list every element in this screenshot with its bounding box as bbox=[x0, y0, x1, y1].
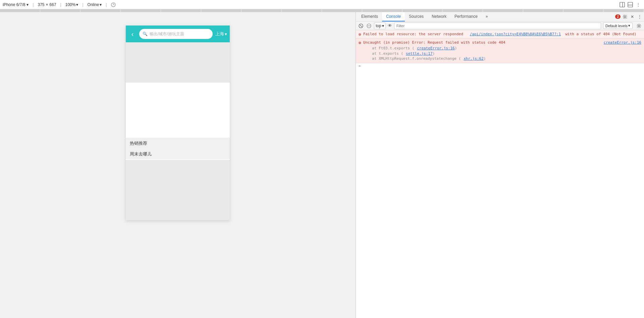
preserve-log-button[interactable] bbox=[366, 23, 372, 29]
error-text-1: Failed to load resource: the server resp… bbox=[363, 32, 641, 37]
zoom-dropdown-icon: ▾ bbox=[76, 2, 78, 7]
city-dropdown-icon: ▾ bbox=[225, 32, 227, 37]
console-error-2: ⊗ Uncaught (in promise) Error: Request f… bbox=[356, 39, 644, 63]
progress-segment bbox=[402, 9, 443, 12]
svg-rect-3 bbox=[628, 2, 633, 7]
banner-area bbox=[126, 42, 230, 83]
svg-line-7 bbox=[360, 25, 362, 27]
cross-symbol: × bbox=[46, 2, 48, 7]
log-level-selector[interactable]: Default levels ▾ bbox=[603, 22, 633, 29]
stack-line-3: at XMLHttpRequest.f.onreadystatechange (… bbox=[363, 56, 641, 61]
progress-segment bbox=[604, 9, 644, 12]
network-selector[interactable]: Online ▾ bbox=[88, 2, 102, 7]
tab-performance[interactable]: Performance bbox=[450, 12, 482, 21]
filter-input[interactable] bbox=[394, 22, 601, 29]
tab-console[interactable]: Console bbox=[382, 12, 405, 21]
back-button[interactable]: ‹ bbox=[128, 30, 137, 38]
error-url-1[interactable]: /api/index.json?city=E4%B8%8A%E6%B5%B7?:… bbox=[470, 32, 561, 36]
xhr-link[interactable]: xhr.js:62 bbox=[464, 56, 484, 61]
city-label: 上海 bbox=[215, 31, 224, 37]
weekend-label: 周末去哪儿 bbox=[126, 148, 230, 159]
context-label: top bbox=[376, 24, 381, 28]
tab-sources[interactable]: Sources bbox=[405, 12, 428, 21]
error-icon-2: ⊗ bbox=[359, 40, 361, 45]
back-arrow-icon: ‹ bbox=[131, 30, 134, 38]
search-icon-mobile: 🔍 bbox=[143, 32, 148, 36]
zoom-selector[interactable]: 100% ▾ bbox=[65, 2, 78, 7]
progress-segment bbox=[443, 9, 483, 12]
log-level-dropdown: ▾ bbox=[628, 24, 630, 28]
dim-separator3: | bbox=[82, 2, 83, 7]
content-grid bbox=[126, 160, 230, 220]
tab-network[interactable]: Network bbox=[428, 12, 450, 21]
more-icon-text: ⋮ bbox=[636, 2, 640, 7]
expand-arrow[interactable]: > bbox=[356, 63, 644, 69]
device-label: iPhone 6/7/8 bbox=[3, 2, 25, 7]
network-dropdown-icon: ▾ bbox=[100, 2, 102, 7]
progress-segment bbox=[40, 9, 80, 12]
console-error-1: ⊗ Failed to load resource: the server re… bbox=[356, 30, 644, 39]
app-header: ‹ 🔍 输出/城市/游玩主题 上海 ▾ bbox=[126, 26, 230, 42]
progress-segment bbox=[362, 9, 402, 12]
hot-sales-label: 热销推荐 bbox=[126, 138, 230, 148]
eye-icon[interactable]: 👁 bbox=[388, 23, 392, 28]
dimension-separator: | bbox=[33, 2, 34, 7]
progress-segment bbox=[523, 9, 564, 12]
devtools-close-icon[interactable]: ✕ bbox=[629, 14, 635, 20]
progress-segment bbox=[241, 9, 282, 12]
context-dropdown-icon: ▾ bbox=[382, 24, 384, 28]
stack-line-1: at Ft03.t.exports (createError.js:16) bbox=[363, 46, 641, 51]
network-label: Online bbox=[88, 2, 99, 7]
error-badge: 2 bbox=[615, 14, 621, 19]
devtools-topbar: iPhone 6/7/8 ▾ | 375 × 667 | 100% ▾ | On… bbox=[0, 0, 644, 9]
settle-link[interactable]: settle.js:17 bbox=[406, 51, 432, 56]
context-selector[interactable]: top ▾ bbox=[374, 22, 386, 29]
error-content-2: Uncaught (in promise) Error: Request fai… bbox=[363, 40, 641, 61]
dimension-display: 375 × 667 bbox=[38, 2, 56, 7]
tab-overflow[interactable]: » bbox=[482, 12, 492, 21]
mobile-frame: ‹ 🔍 输出/城市/游玩主题 上海 ▾ 热销推荐 周末去哪儿 bbox=[126, 26, 230, 220]
throttle-icon[interactable] bbox=[111, 2, 116, 7]
width-value: 375 bbox=[38, 2, 45, 7]
clear-console-button[interactable] bbox=[358, 23, 364, 29]
progress-bar-row bbox=[0, 9, 644, 12]
progress-segment bbox=[322, 9, 362, 12]
console-settings-icon[interactable] bbox=[636, 23, 642, 29]
device-dropdown-icon: ▾ bbox=[26, 2, 29, 7]
create-error-link-1[interactable]: createError.js:16 bbox=[417, 46, 455, 50]
main-area: ‹ 🔍 输出/城市/游玩主题 上海 ▾ 热销推荐 周末去哪儿 bbox=[0, 12, 644, 318]
svg-point-10 bbox=[638, 25, 640, 27]
error-line-1: Failed to load resource: the server resp… bbox=[363, 32, 641, 37]
error-text-2: Uncaught (in promise) Error: Request fai… bbox=[363, 40, 601, 45]
city-selector[interactable]: 上海 ▾ bbox=[215, 31, 227, 37]
devtools-topbar-right: ⋮ bbox=[619, 2, 641, 8]
error-icon-1: ⊗ bbox=[359, 32, 361, 37]
progress-segment bbox=[201, 9, 241, 12]
devtools-tab-right: 2 ✕ ⋮ bbox=[615, 14, 643, 20]
svg-rect-1 bbox=[620, 2, 625, 7]
progress-segment bbox=[282, 9, 322, 12]
error-content-1: Failed to load resource: the server resp… bbox=[363, 32, 641, 37]
progress-segment bbox=[161, 9, 201, 12]
svg-point-5 bbox=[624, 16, 626, 17]
error-stack-2: at Ft03.t.exports (createError.js:16) at… bbox=[363, 46, 641, 61]
devtools-panel: Elements Console Sources Network Perform… bbox=[356, 12, 644, 318]
devtools-more-icon[interactable]: ⋮ bbox=[637, 14, 643, 20]
progress-segment bbox=[483, 9, 523, 12]
dock-side-icon[interactable] bbox=[619, 2, 625, 8]
device-selector[interactable]: iPhone 6/7/8 ▾ bbox=[3, 2, 29, 7]
tab-elements[interactable]: Elements bbox=[357, 12, 382, 21]
zoom-label: 100% bbox=[65, 2, 76, 7]
devtools-settings-icon[interactable] bbox=[622, 14, 628, 20]
progress-segment bbox=[0, 9, 40, 12]
more-options-icon[interactable]: ⋮ bbox=[635, 2, 641, 8]
dim-separator4: | bbox=[106, 2, 107, 7]
error-location-2[interactable]: createError.js:16 bbox=[603, 40, 641, 45]
stack-line-2: at t.exports (settle.js:17) bbox=[363, 51, 641, 56]
dock-bottom-icon[interactable] bbox=[627, 2, 633, 8]
search-box[interactable]: 🔍 输出/城市/游玩主题 bbox=[139, 29, 213, 39]
simulator-panel: ‹ 🔍 输出/城市/游玩主题 上海 ▾ 热销推荐 周末去哪儿 bbox=[0, 12, 356, 318]
console-messages: ⊗ Failed to load resource: the server re… bbox=[356, 30, 644, 318]
progress-segment bbox=[564, 9, 604, 12]
expand-icon: > bbox=[359, 64, 361, 68]
